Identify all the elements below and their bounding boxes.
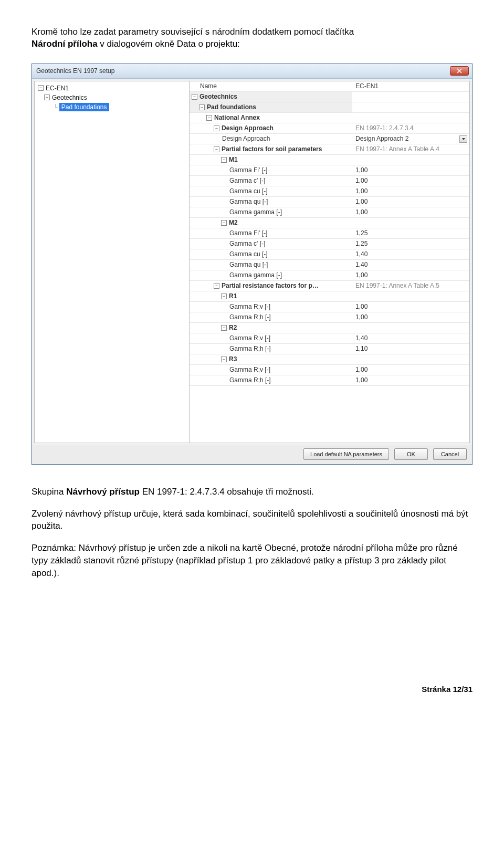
r1-label: R1	[229, 292, 237, 300]
after-p2: Zvolený návrhový přístup určuje, která s…	[32, 508, 472, 533]
design-approach-row[interactable]: Design Approach Design Approach 2	[190, 134, 469, 144]
m1-gamma-qu[interactable]: Gamma qu [-]1,00	[190, 197, 469, 207]
close-icon	[457, 68, 462, 74]
expander-icon[interactable]: −	[44, 95, 50, 100]
pad-foundations-label: Pad foundations	[207, 103, 256, 111]
group-national-annex[interactable]: −National Annex	[190, 113, 469, 123]
tree-connector-icon: └	[54, 104, 58, 110]
design-approach-label: Design Approach	[222, 135, 270, 142]
tree-geotechnics[interactable]: − Geotechnics	[35, 93, 189, 102]
ok-button[interactable]: OK	[394, 448, 428, 460]
group-pad-foundations[interactable]: −Pad foundations	[190, 102, 469, 113]
page-number: Stránka 12/31	[32, 685, 472, 694]
r3-label: R3	[229, 355, 237, 363]
design-approach-group-label: Design Approach	[222, 124, 274, 132]
dropdown-icon[interactable]	[459, 135, 467, 143]
tree-panel: − EC-EN1 − Geotechnics └ Pad foundations	[35, 81, 190, 443]
group-r2[interactable]: −R2	[190, 323, 469, 333]
m1-gamma-gamma[interactable]: Gamma gamma [-]1,00	[190, 207, 469, 218]
group-partial-resist[interactable]: −Partial resistance factors for p… EN 19…	[190, 281, 469, 291]
expander-icon[interactable]: −	[192, 94, 197, 100]
intro-bold: Národní příloha	[32, 39, 98, 49]
design-approach-value[interactable]: Design Approach 2	[352, 134, 469, 144]
group-r3[interactable]: −R3	[190, 354, 469, 365]
m1-gamma-fi[interactable]: Gamma Fi' [-]1,00	[190, 165, 469, 176]
r2-label: R2	[229, 324, 237, 331]
property-grid: Name EC-EN1 −Geotechnics −Pad foundation…	[190, 81, 469, 443]
tree-pad-foundations[interactable]: └ Pad foundations	[35, 102, 189, 112]
after-p3: Poznámka: Návrhový přístup je určen zde …	[32, 542, 472, 579]
expander-icon[interactable]: −	[221, 157, 227, 163]
expander-icon[interactable]: −	[221, 325, 227, 331]
expander-icon[interactable]: −	[206, 115, 212, 121]
tree-pad-foundations-label: Pad foundations	[59, 103, 109, 111]
close-button[interactable]	[450, 66, 469, 76]
national-annex-label: National Annex	[214, 114, 260, 121]
name-label: Name	[200, 82, 217, 90]
expander-icon[interactable]: −	[214, 125, 219, 131]
r2-gamma-rv[interactable]: Gamma R;v [-]1,40	[190, 333, 469, 344]
tree-root[interactable]: − EC-EN1	[35, 83, 189, 93]
after-p1: Skupina Návrhový přístup EN 1997-1: 2.4.…	[32, 486, 472, 498]
partial-soil-ref: EN 1997-1: Annex A Table A.4	[352, 144, 469, 154]
name-row: Name EC-EN1	[190, 81, 469, 92]
expander-icon[interactable]: −	[221, 293, 227, 299]
r3-gamma-rh[interactable]: Gamma R;h [-]1,00	[190, 375, 469, 386]
load-default-button[interactable]: Load default NA parameters	[303, 448, 389, 460]
r1-gamma-rh[interactable]: Gamma R;h [-]1,00	[190, 312, 469, 323]
group-partial-soil[interactable]: −Partial factors for soil parameters EN …	[190, 144, 469, 155]
r1-gamma-rv[interactable]: Gamma R;v [-]1,00	[190, 302, 469, 312]
setup-dialog: Geotechnics EN 1997 setup − EC-EN1 − Geo…	[32, 64, 472, 465]
after-text: Skupina Návrhový přístup EN 1997-1: 2.4.…	[32, 486, 472, 580]
expander-icon[interactable]: −	[221, 356, 227, 362]
titlebar: Geotechnics EN 1997 setup	[32, 64, 472, 79]
dialog-title: Geotechnics EN 1997 setup	[36, 67, 450, 75]
geotechnics-label: Geotechnics	[200, 93, 237, 100]
group-m1[interactable]: −M1	[190, 155, 469, 165]
intro-line1: Kromě toho lze zadat parametry souvisejí…	[32, 27, 354, 37]
group-m2[interactable]: −M2	[190, 218, 469, 228]
m1-gamma-c[interactable]: Gamma c' [-]1,00	[190, 176, 469, 186]
m2-gamma-cu[interactable]: Gamma cu [-]1,40	[190, 249, 469, 260]
partial-resist-label: Partial resistance factors for p…	[222, 282, 319, 289]
partial-resist-ref: EN 1997-1: Annex A Table A.5	[352, 281, 469, 291]
r3-gamma-rv[interactable]: Gamma R;v [-]1,00	[190, 365, 469, 375]
m1-gamma-cu[interactable]: Gamma cu [-]1,00	[190, 186, 469, 197]
expander-icon[interactable]: −	[214, 146, 219, 152]
r2-gamma-rh[interactable]: Gamma R;h [-]1,10	[190, 344, 469, 354]
dialog-footer: Load default NA parameters OK Cancel	[32, 445, 472, 464]
m2-gamma-qu[interactable]: Gamma qu [-]1,40	[190, 260, 469, 270]
expander-icon[interactable]: −	[221, 220, 227, 226]
m2-label: M2	[229, 219, 238, 226]
m2-gamma-gamma[interactable]: Gamma gamma [-]1,00	[190, 270, 469, 281]
name-value[interactable]: EC-EN1	[352, 81, 469, 91]
group-r1[interactable]: −R1	[190, 291, 469, 302]
expander-icon[interactable]: −	[214, 283, 219, 289]
intro-rest: v dialogovém okně Data o projektu:	[98, 39, 240, 49]
tree-geotechnics-label: Geotechnics	[52, 94, 87, 101]
group-geotechnics[interactable]: −Geotechnics	[190, 92, 469, 102]
partial-soil-label: Partial factors for soil parameters	[222, 145, 322, 153]
tree-root-label: EC-EN1	[46, 85, 69, 92]
design-approach-ref: EN 1997-1: 2.4.7.3.4	[352, 123, 469, 133]
m2-gamma-c[interactable]: Gamma c' [-]1,25	[190, 239, 469, 249]
group-design-approach[interactable]: −Design Approach EN 1997-1: 2.4.7.3.4	[190, 123, 469, 134]
intro-paragraph: Kromě toho lze zadat parametry souvisejí…	[32, 26, 472, 50]
cancel-button[interactable]: Cancel	[433, 448, 467, 460]
expander-icon[interactable]: −	[38, 85, 44, 91]
m1-label: M1	[229, 156, 238, 163]
m2-gamma-fi[interactable]: Gamma Fi' [-]1,25	[190, 228, 469, 239]
expander-icon[interactable]: −	[199, 104, 205, 110]
